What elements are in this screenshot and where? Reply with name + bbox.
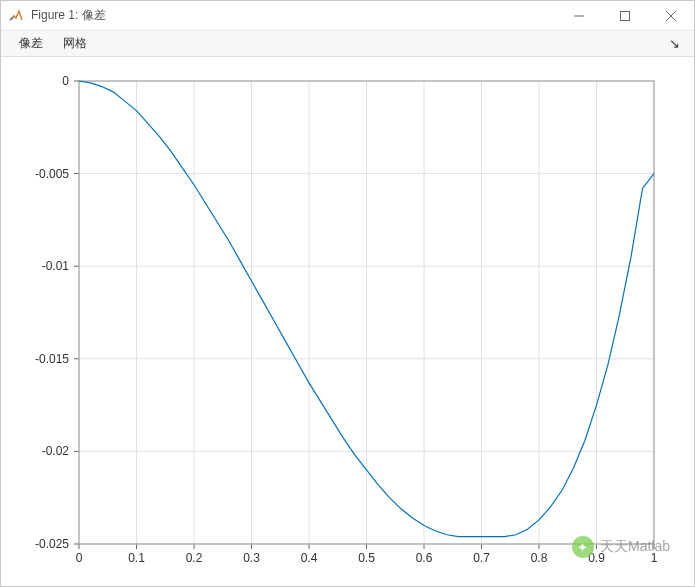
svg-text:0.3: 0.3 xyxy=(243,551,260,565)
minimize-button[interactable] xyxy=(556,1,602,31)
close-button[interactable] xyxy=(648,1,694,31)
svg-text:-0.005: -0.005 xyxy=(35,167,69,181)
menu-item-1[interactable]: 网格 xyxy=(53,31,97,56)
titlebar: Figure 1: 像差 xyxy=(1,1,694,31)
svg-text:0.6: 0.6 xyxy=(416,551,433,565)
svg-text:-0.015: -0.015 xyxy=(35,352,69,366)
chart-svg: 00.10.20.30.40.50.60.70.80.91-0.025-0.02… xyxy=(1,57,694,586)
svg-text:0.1: 0.1 xyxy=(128,551,145,565)
svg-text:0.8: 0.8 xyxy=(531,551,548,565)
svg-text:-0.01: -0.01 xyxy=(42,259,70,273)
svg-text:0.7: 0.7 xyxy=(473,551,490,565)
window-controls xyxy=(556,1,694,31)
menu-item-0[interactable]: 像差 xyxy=(9,31,53,56)
window-title: Figure 1: 像差 xyxy=(31,7,106,24)
maximize-button[interactable] xyxy=(602,1,648,31)
matlab-icon xyxy=(9,8,25,24)
svg-text:0.4: 0.4 xyxy=(301,551,318,565)
dock-arrow-icon[interactable]: ↘ xyxy=(663,34,686,53)
svg-rect-1 xyxy=(621,11,630,20)
axes-area[interactable]: 00.10.20.30.40.50.60.70.80.91-0.025-0.02… xyxy=(1,57,694,586)
figure-window: Figure 1: 像差 像差 网格 ↘ 00.10.20.30.40.50.6… xyxy=(0,0,695,587)
svg-text:-0.025: -0.025 xyxy=(35,537,69,551)
svg-text:0.2: 0.2 xyxy=(186,551,203,565)
svg-text:0: 0 xyxy=(62,74,69,88)
svg-text:0: 0 xyxy=(76,551,83,565)
svg-text:0.5: 0.5 xyxy=(358,551,375,565)
svg-text:0.9: 0.9 xyxy=(588,551,605,565)
svg-text:-0.02: -0.02 xyxy=(42,444,70,458)
svg-text:1: 1 xyxy=(651,551,658,565)
menubar: 像差 网格 ↘ xyxy=(1,31,694,57)
